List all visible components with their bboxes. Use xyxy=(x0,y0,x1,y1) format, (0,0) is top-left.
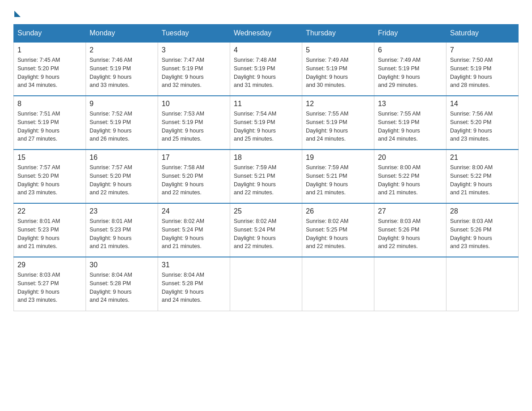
day-info: Sunrise: 8:03 AMSunset: 5:27 PMDaylight:… xyxy=(17,271,82,304)
day-info: Sunrise: 7:57 AMSunset: 5:20 PMDaylight:… xyxy=(90,163,154,197)
calendar-cell: 17Sunrise: 7:58 AMSunset: 5:20 PMDayligh… xyxy=(158,150,230,203)
day-info: Sunrise: 8:02 AMSunset: 5:24 PMDaylight:… xyxy=(234,217,298,251)
calendar-cell: 13Sunrise: 7:55 AMSunset: 5:19 PMDayligh… xyxy=(374,96,446,150)
day-number: 2 xyxy=(90,46,154,54)
day-info: Sunrise: 7:51 AMSunset: 5:19 PMDaylight:… xyxy=(17,110,82,143)
day-number: 30 xyxy=(90,261,154,269)
day-number: 26 xyxy=(306,207,370,215)
day-number: 18 xyxy=(234,154,298,162)
day-number: 12 xyxy=(306,100,370,108)
day-number: 15 xyxy=(17,154,82,162)
day-number: 27 xyxy=(378,207,442,215)
calendar-cell xyxy=(446,257,519,311)
day-number: 1 xyxy=(17,46,82,54)
header-day-sunday: Sunday xyxy=(14,25,86,43)
logo-arrow-icon xyxy=(14,11,21,17)
calendar-cell: 4Sunrise: 7:48 AMSunset: 5:19 PMDaylight… xyxy=(230,42,302,96)
day-number: 11 xyxy=(234,100,298,108)
day-number: 21 xyxy=(450,154,515,162)
calendar-cell: 6Sunrise: 7:49 AMSunset: 5:19 PMDaylight… xyxy=(374,42,446,96)
calendar-week-row: 1Sunrise: 7:45 AMSunset: 5:20 PMDaylight… xyxy=(14,42,519,96)
day-number: 3 xyxy=(162,46,226,54)
calendar-cell: 16Sunrise: 7:57 AMSunset: 5:20 PMDayligh… xyxy=(86,150,158,203)
day-info: Sunrise: 7:57 AMSunset: 5:20 PMDaylight:… xyxy=(17,163,82,197)
day-info: Sunrise: 7:48 AMSunset: 5:19 PMDaylight:… xyxy=(234,56,298,90)
header-day-wednesday: Wednesday xyxy=(230,25,302,43)
header-day-monday: Monday xyxy=(86,25,158,43)
day-info: Sunrise: 7:53 AMSunset: 5:19 PMDaylight:… xyxy=(162,110,226,143)
calendar-cell: 7Sunrise: 7:50 AMSunset: 5:19 PMDaylight… xyxy=(446,42,519,96)
calendar-cell: 10Sunrise: 7:53 AMSunset: 5:19 PMDayligh… xyxy=(158,96,230,150)
calendar-cell: 28Sunrise: 8:03 AMSunset: 5:26 PMDayligh… xyxy=(446,203,519,257)
header-row: SundayMondayTuesdayWednesdayThursdayFrid… xyxy=(14,25,519,43)
day-info: Sunrise: 7:55 AMSunset: 5:19 PMDaylight:… xyxy=(378,110,442,143)
calendar-cell xyxy=(302,257,374,311)
calendar-cell xyxy=(374,257,446,311)
calendar-cell: 5Sunrise: 7:49 AMSunset: 5:19 PMDaylight… xyxy=(302,42,374,96)
day-info: Sunrise: 7:59 AMSunset: 5:21 PMDaylight:… xyxy=(306,163,370,197)
page-header xyxy=(13,9,519,15)
logo xyxy=(13,9,21,15)
day-number: 14 xyxy=(450,100,515,108)
day-number: 24 xyxy=(162,207,226,215)
calendar-cell: 8Sunrise: 7:51 AMSunset: 5:19 PMDaylight… xyxy=(14,96,86,150)
day-info: Sunrise: 7:59 AMSunset: 5:21 PMDaylight:… xyxy=(234,163,298,197)
calendar-week-row: 15Sunrise: 7:57 AMSunset: 5:20 PMDayligh… xyxy=(14,150,519,203)
calendar-cell: 26Sunrise: 8:02 AMSunset: 5:25 PMDayligh… xyxy=(302,203,374,257)
day-number: 10 xyxy=(162,100,226,108)
day-info: Sunrise: 7:46 AMSunset: 5:19 PMDaylight:… xyxy=(90,56,154,90)
day-info: Sunrise: 7:56 AMSunset: 5:20 PMDaylight:… xyxy=(450,110,515,143)
calendar-cell: 1Sunrise: 7:45 AMSunset: 5:20 PMDaylight… xyxy=(14,42,86,96)
day-number: 4 xyxy=(234,46,298,54)
calendar-cell xyxy=(230,257,302,311)
day-info: Sunrise: 8:03 AMSunset: 5:26 PMDaylight:… xyxy=(450,217,515,251)
day-info: Sunrise: 8:01 AMSunset: 5:23 PMDaylight:… xyxy=(90,217,154,251)
day-info: Sunrise: 7:50 AMSunset: 5:19 PMDaylight:… xyxy=(450,56,515,90)
day-info: Sunrise: 7:55 AMSunset: 5:19 PMDaylight:… xyxy=(306,110,370,143)
day-number: 16 xyxy=(90,154,154,162)
day-info: Sunrise: 8:01 AMSunset: 5:23 PMDaylight:… xyxy=(17,217,82,251)
day-info: Sunrise: 7:45 AMSunset: 5:20 PMDaylight:… xyxy=(17,56,82,90)
day-info: Sunrise: 7:52 AMSunset: 5:19 PMDaylight:… xyxy=(90,110,154,143)
day-info: Sunrise: 8:02 AMSunset: 5:24 PMDaylight:… xyxy=(162,217,226,251)
calendar-week-row: 22Sunrise: 8:01 AMSunset: 5:23 PMDayligh… xyxy=(14,203,519,257)
header-day-saturday: Saturday xyxy=(446,25,519,43)
day-info: Sunrise: 8:03 AMSunset: 5:26 PMDaylight:… xyxy=(378,217,442,251)
calendar-cell: 2Sunrise: 7:46 AMSunset: 5:19 PMDaylight… xyxy=(86,42,158,96)
day-info: Sunrise: 8:00 AMSunset: 5:22 PMDaylight:… xyxy=(378,163,442,197)
calendar-table: SundayMondayTuesdayWednesdayThursdayFrid… xyxy=(13,24,519,311)
day-info: Sunrise: 7:54 AMSunset: 5:19 PMDaylight:… xyxy=(234,110,298,143)
calendar-cell: 20Sunrise: 8:00 AMSunset: 5:22 PMDayligh… xyxy=(374,150,446,203)
calendar-cell: 30Sunrise: 8:04 AMSunset: 5:28 PMDayligh… xyxy=(86,257,158,311)
header-day-thursday: Thursday xyxy=(302,25,374,43)
day-info: Sunrise: 7:49 AMSunset: 5:19 PMDaylight:… xyxy=(306,56,370,90)
header-day-tuesday: Tuesday xyxy=(158,25,230,43)
day-number: 22 xyxy=(17,207,82,215)
calendar-week-row: 8Sunrise: 7:51 AMSunset: 5:19 PMDaylight… xyxy=(14,96,519,150)
calendar-body: 1Sunrise: 7:45 AMSunset: 5:20 PMDaylight… xyxy=(14,42,519,311)
calendar-cell: 9Sunrise: 7:52 AMSunset: 5:19 PMDaylight… xyxy=(86,96,158,150)
calendar-cell: 15Sunrise: 7:57 AMSunset: 5:20 PMDayligh… xyxy=(14,150,86,203)
day-number: 13 xyxy=(378,100,442,108)
calendar-cell: 22Sunrise: 8:01 AMSunset: 5:23 PMDayligh… xyxy=(14,203,86,257)
day-number: 6 xyxy=(378,46,442,54)
calendar-cell: 21Sunrise: 8:00 AMSunset: 5:22 PMDayligh… xyxy=(446,150,519,203)
day-number: 20 xyxy=(378,154,442,162)
header-day-friday: Friday xyxy=(374,25,446,43)
day-number: 28 xyxy=(450,207,515,215)
calendar-cell: 3Sunrise: 7:47 AMSunset: 5:19 PMDaylight… xyxy=(158,42,230,96)
calendar-cell: 27Sunrise: 8:03 AMSunset: 5:26 PMDayligh… xyxy=(374,203,446,257)
day-info: Sunrise: 8:00 AMSunset: 5:22 PMDaylight:… xyxy=(450,163,515,197)
calendar-cell: 25Sunrise: 8:02 AMSunset: 5:24 PMDayligh… xyxy=(230,203,302,257)
day-info: Sunrise: 8:04 AMSunset: 5:28 PMDaylight:… xyxy=(162,271,226,304)
day-info: Sunrise: 7:58 AMSunset: 5:20 PMDaylight:… xyxy=(162,163,226,197)
calendar-cell: 29Sunrise: 8:03 AMSunset: 5:27 PMDayligh… xyxy=(14,257,86,311)
day-number: 5 xyxy=(306,46,370,54)
calendar-cell: 11Sunrise: 7:54 AMSunset: 5:19 PMDayligh… xyxy=(230,96,302,150)
day-number: 23 xyxy=(90,207,154,215)
day-info: Sunrise: 7:47 AMSunset: 5:19 PMDaylight:… xyxy=(162,56,226,90)
calendar-week-row: 29Sunrise: 8:03 AMSunset: 5:27 PMDayligh… xyxy=(14,257,519,311)
day-number: 9 xyxy=(90,100,154,108)
calendar-cell: 31Sunrise: 8:04 AMSunset: 5:28 PMDayligh… xyxy=(158,257,230,311)
day-info: Sunrise: 8:04 AMSunset: 5:28 PMDaylight:… xyxy=(90,271,154,304)
